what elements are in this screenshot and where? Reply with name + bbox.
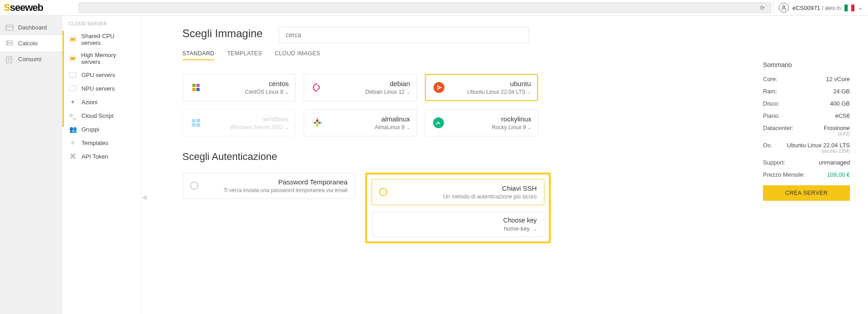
svg-rect-8: [196, 84, 200, 87]
os-card-centos[interactable]: centosCentOS Linux 8⌄: [182, 74, 296, 101]
windows-icon: [189, 116, 203, 130]
chevron-down-icon: ⌄: [285, 125, 289, 130]
collapse-sidebar-button[interactable]: «: [142, 188, 149, 206]
subnav-item-npu[interactable]: NPU servers: [62, 82, 141, 95]
os-card-almalinux[interactable]: almalinuxAlmaLinux 9⌄: [304, 109, 417, 136]
subnav-item-templates[interactable]: ✧Templates: [62, 136, 141, 150]
chevron-down-icon[interactable]: ⌄: [527, 90, 531, 95]
actions-icon: ✦: [69, 98, 77, 106]
summary-panel: Sommario Core:12 vCore Ram:24 GB Disco:4…: [763, 61, 850, 201]
templates-icon: ✧: [69, 139, 77, 147]
content-area: « Scegli Immagine STANDARD TEMPLATES CLO…: [142, 16, 868, 314]
summary-row-datacenter: Datacenter:Frosinone(it-fr2): [763, 122, 850, 139]
sidebar-item-consumi[interactable]: Consumi: [0, 51, 62, 67]
create-server-button[interactable]: CREA SERVER: [763, 185, 850, 201]
svg-rect-1: [6, 25, 13, 30]
os-card-rockylinux[interactable]: rockylinuxRocky Linux 9⌄: [425, 109, 538, 136]
chevron-down-icon[interactable]: ⌄: [533, 227, 537, 232]
section-title-auth: Scegli Autenticazione: [182, 151, 850, 163]
reload-icon[interactable]: ⟳: [757, 5, 768, 11]
svg-rect-17: [192, 123, 196, 126]
summary-row-disco: Disco:400 GB: [763, 97, 850, 110]
tab-templates[interactable]: TEMPLATES: [227, 48, 262, 60]
chevron-down-icon[interactable]: ⌄: [406, 125, 410, 130]
svg-point-0: [783, 5, 785, 8]
secondary-sidebar: CLOUD SERVER Shared CPU servers High Mem…: [62, 16, 142, 314]
svg-point-12: [440, 87, 442, 88]
os-card-debian[interactable]: debianDebian Linux 12⌄: [304, 74, 417, 101]
image-search-input[interactable]: [285, 27, 523, 43]
sidebar-item-label: Calcolo: [18, 40, 38, 47]
groups-icon: 👥: [69, 125, 77, 133]
compute-icon: [5, 40, 14, 47]
chip-icon: [69, 84, 77, 92]
centos-icon: [189, 81, 203, 94]
auth-option-ssh[interactable]: Chiavi SSH Un metodo di autenticazione p…: [372, 179, 544, 205]
almalinux-icon: [310, 116, 324, 130]
subnav-item-azioni[interactable]: ✦Azioni: [62, 95, 141, 109]
chevron-down-icon[interactable]: ⌄: [285, 90, 289, 95]
chip-icon: [69, 71, 77, 79]
chevron-down-icon[interactable]: ⌄: [406, 90, 410, 95]
address-input[interactable]: [82, 4, 757, 12]
ssh-choose-key[interactable]: Choose key home-key ⌄: [372, 212, 544, 237]
section-title-image: Scegli Immagine: [182, 27, 262, 40]
summary-row-price: Prezzo Mensile:109,00 €: [763, 169, 850, 181]
subnav-accent: [62, 31, 64, 127]
address-bar[interactable]: ⟳: [79, 2, 771, 13]
svg-point-11: [438, 87, 440, 89]
primary-sidebar: Dashboard Calcolo Consumi: [0, 16, 62, 314]
chip-icon: [69, 35, 77, 43]
svg-rect-16: [196, 119, 200, 122]
api-icon: ⌘: [69, 152, 77, 160]
subnav-item-api-token[interactable]: ⌘API Token: [62, 150, 141, 163]
subnav-item-cloud-script[interactable]: >_Cloud Script: [62, 109, 141, 122]
subnav-item-shared-cpu[interactable]: Shared CPU servers: [62, 30, 141, 49]
sidebar-item-label: Dashboard: [18, 24, 47, 31]
summary-row-support: Support:unmanaged: [763, 156, 850, 169]
summary-row-piano: Piano:eCS6: [763, 110, 850, 122]
os-card-ubuntu[interactable]: ubuntuUbuntu Linux 22.04 LTS⌄: [425, 74, 538, 101]
summary-row-os: Os:Ubuntu Linux 22.04 LTS(ubuntu-2204): [763, 139, 850, 156]
os-grid: centosCentOS Linux 8⌄ debianDebian Linux…: [182, 74, 542, 136]
tab-standard[interactable]: STANDARD: [182, 48, 215, 60]
svg-point-5: [8, 44, 8, 44]
svg-rect-10: [196, 88, 200, 91]
account-code: eCS00971 / alex.m: [792, 5, 841, 11]
radio-icon: [190, 182, 198, 190]
ssh-highlight: Chiavi SSH Un metodo di autenticazione p…: [365, 173, 551, 243]
terminal-icon: >_: [69, 111, 77, 120]
subnav-item-gruppi[interactable]: 👥Gruppi: [62, 122, 141, 136]
svg-rect-7: [192, 84, 196, 87]
radio-icon: [379, 188, 387, 196]
summary-row-ram: Ram:24 GB: [763, 85, 850, 97]
user-icon: [779, 3, 789, 13]
svg-rect-9: [192, 88, 196, 91]
subnav-item-gpu[interactable]: GPU servers: [62, 68, 141, 82]
image-tabs: STANDARD TEMPLATES CLOUD IMAGES: [182, 48, 850, 60]
chip-icon: [69, 54, 76, 63]
os-card-windows: windowsWindows Server 2022⌄: [182, 109, 296, 136]
account-menu[interactable]: eCS00971 / alex.m ⌄: [773, 0, 868, 15]
dashboard-icon: [5, 24, 14, 31]
chevron-down-icon[interactable]: ⌄: [528, 125, 531, 130]
svg-point-4: [8, 41, 8, 42]
auth-option-password[interactable]: Password Temporanea Ti verra inviata una…: [182, 173, 355, 199]
billing-icon: [5, 56, 14, 63]
image-search[interactable]: [279, 27, 529, 43]
debian-icon: [310, 81, 324, 94]
subnav-header: CLOUD SERVER: [62, 19, 141, 30]
svg-rect-15: [192, 119, 196, 122]
summary-title: Sommario: [763, 61, 850, 68]
brand-logo[interactable]: Sseeweb: [0, 0, 77, 15]
chevron-down-icon[interactable]: ⌄: [858, 5, 863, 11]
sidebar-item-dashboard[interactable]: Dashboard: [0, 19, 62, 35]
svg-point-14: [437, 89, 439, 90]
svg-point-13: [437, 85, 439, 87]
tab-cloud-images[interactable]: CLOUD IMAGES: [275, 48, 320, 60]
summary-row-core: Core:12 vCore: [763, 73, 850, 85]
subnav-item-high-memory[interactable]: High Memory servers: [62, 49, 141, 68]
sidebar-item-calcolo[interactable]: Calcolo: [0, 35, 62, 51]
flag-italy-icon[interactable]: [844, 5, 854, 11]
ubuntu-icon: [432, 81, 446, 94]
